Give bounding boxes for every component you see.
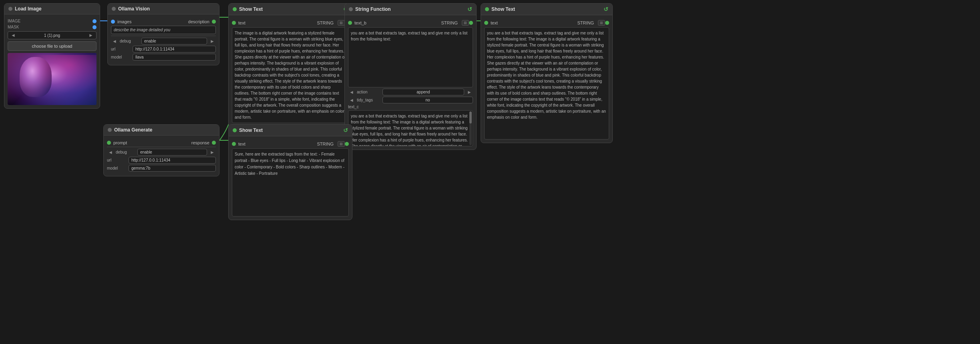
- show-text-1-in-dot[interactable]: [232, 21, 236, 25]
- ollama-generate-node: Ollama Generate prompt response ◄ debug …: [103, 124, 219, 176]
- string-func-in-dot[interactable]: [348, 21, 352, 25]
- show-text-3-in-dot[interactable]: [232, 142, 236, 146]
- images-port-in-dot[interactable]: [111, 20, 115, 24]
- ollama-generate-title: Ollama Generate: [114, 127, 152, 133]
- mask-port-dot[interactable]: [93, 25, 97, 29]
- ollama-vision-title: Ollama Vision: [118, 6, 150, 12]
- show-text-3-port-row: text STRING ⊞: [232, 141, 349, 147]
- action-value: append: [382, 89, 464, 95]
- image-nav: ◄ 1 (1).png ►: [8, 31, 97, 39]
- gen-model-value[interactable]: gemma:7b: [129, 165, 216, 172]
- string-function-title: String Function: [355, 6, 391, 12]
- upload-button[interactable]: choose file to upload: [8, 41, 97, 51]
- ollama-vision-node: Ollama Vision images description describ…: [107, 3, 219, 65]
- show-text-1-in-label: text: [236, 20, 248, 25]
- tidy-tags-left-arrow[interactable]: ◄: [348, 97, 355, 103]
- debug-label: debug: [120, 39, 140, 43]
- debug-left-arrow[interactable]: ◄: [111, 38, 118, 44]
- tidy-tags-value: no: [382, 97, 473, 103]
- show-text-1-status-dot: [233, 7, 237, 11]
- show-text-3-content: Sure, here are the extracted tags from t…: [232, 148, 349, 217]
- load-image-header: Load Image: [4, 4, 100, 14]
- image-prev-button[interactable]: ◄: [10, 32, 17, 38]
- show-text-2-header: Show Text ↺: [481, 4, 612, 15]
- mask-port-label: MASK: [8, 25, 19, 29]
- prompt-in-label: prompt: [111, 140, 129, 145]
- model-label: model: [111, 55, 131, 59]
- gen-model-field-row: model gemma:7b: [107, 165, 216, 172]
- string-func-port-row: text_b STRING ⊞: [348, 20, 473, 26]
- debug-right-arrow[interactable]: ►: [209, 38, 216, 44]
- load-image-node: Load Image IMAGE MASK ◄ 1 (1).png ► choo…: [4, 3, 100, 109]
- vision-prompt-text: describe the image detailed you: [111, 26, 216, 34]
- show-text-2-port-row: text STRING ⊞: [484, 20, 609, 26]
- show-text-3-status-dot: [233, 128, 237, 132]
- image-next-button[interactable]: ►: [87, 32, 95, 38]
- gen-url-field-row: url http://127.0.0.1:11434: [107, 157, 216, 164]
- gen-debug-right-arrow[interactable]: ►: [209, 150, 216, 155]
- text-c-row: text_c: [348, 105, 473, 109]
- gen-debug-value: enable: [137, 149, 207, 156]
- action-label: action: [357, 90, 381, 94]
- show-text-2-out-label: STRING: [575, 20, 596, 25]
- show-text-2-status-dot: [485, 7, 489, 11]
- gen-url-label: url: [107, 158, 127, 162]
- image-preview: [8, 53, 97, 105]
- load-image-status-dot: [8, 7, 12, 11]
- ollama-generate-status-dot: [108, 128, 112, 132]
- gen-debug-left-arrow[interactable]: ◄: [107, 150, 114, 155]
- action-right-arrow[interactable]: ►: [466, 89, 473, 95]
- ollama-vision-status-dot: [112, 7, 116, 11]
- scrollbar[interactable]: [469, 111, 472, 145]
- scroll-content: you are a bot that extracts tags. extrac…: [351, 114, 468, 146]
- image-filename: 1 (1).png: [17, 33, 87, 38]
- show-text-1-header: Show Text ↺: [229, 4, 352, 15]
- images-port-label: images: [115, 19, 134, 24]
- description-port-dot[interactable]: [212, 20, 216, 24]
- description-port-label: description: [186, 19, 212, 24]
- prompt-in-dot[interactable]: [107, 141, 111, 145]
- show-text-1-out-label: STRING: [314, 20, 336, 25]
- show-text-3-refresh-icon[interactable]: ↺: [343, 127, 348, 134]
- show-text-1-title: Show Text: [239, 6, 263, 12]
- response-out-label: response: [189, 140, 212, 145]
- show-text-2-in-dot[interactable]: [484, 21, 488, 25]
- show-text-2-string-badge: ⊞: [598, 20, 605, 26]
- gen-url-value[interactable]: http://127.0.0.1:11434: [129, 157, 216, 164]
- string-function-node: String Function ↺ text_b STRING ⊞ you ar…: [344, 3, 477, 150]
- show-text-3-out-dot[interactable]: [345, 142, 349, 146]
- show-text-1-port-row: text STRING ⊞: [232, 20, 349, 26]
- image-port-dot[interactable]: [93, 19, 97, 23]
- scrollbar-thumb[interactable]: [469, 111, 472, 123]
- show-text-2-node: Show Text ↺ text STRING ⊞ you are a bot …: [481, 3, 613, 143]
- action-left-arrow[interactable]: ◄: [348, 89, 355, 95]
- debug-value: enable: [141, 38, 207, 45]
- show-text-3-title: Show Text: [239, 127, 263, 133]
- ollama-gen-port-row: prompt response: [107, 140, 216, 145]
- tidy-tags-row: ◄ tidy_tags no: [348, 97, 473, 103]
- response-out-dot[interactable]: [212, 141, 216, 145]
- gen-debug-field-row: ◄ debug enable ►: [107, 149, 216, 156]
- model-value[interactable]: llava: [133, 54, 216, 61]
- show-text-1-node: Show Text ↺ text STRING ⊞ The image is a…: [228, 3, 352, 127]
- show-text-3-out-label: STRING: [314, 142, 336, 146]
- url-value[interactable]: http://127.0.0.1:11434: [133, 46, 216, 53]
- string-func-out-label: STRING: [439, 20, 460, 25]
- string-func-text-display: you are a bot that extracts tags. extrac…: [348, 27, 473, 87]
- string-function-header: String Function ↺: [345, 4, 476, 15]
- show-text-2-out-dot[interactable]: [605, 21, 609, 25]
- ollama-generate-header: Ollama Generate: [104, 125, 219, 136]
- text-c-label: text_c: [348, 105, 372, 109]
- string-func-scroll-area[interactable]: you are a bot that extracts tags. extrac…: [348, 110, 473, 146]
- debug-field-row: ◄ debug enable ►: [111, 38, 216, 45]
- string-function-status-dot: [349, 7, 353, 11]
- show-text-1-content: The image is a digital artwork featuring…: [232, 27, 349, 123]
- tidy-tags-label: tidy_tags: [357, 98, 381, 102]
- image-port-label: IMAGE: [8, 19, 20, 23]
- string-function-refresh-icon[interactable]: ↺: [467, 6, 472, 12]
- string-func-out-dot[interactable]: [469, 21, 473, 25]
- show-text-2-refresh-icon[interactable]: ↺: [604, 6, 608, 12]
- show-text-3-node: Show Text ↺ text STRING ⊞ Sure, here are…: [228, 124, 352, 220]
- mask-port-row: MASK: [8, 24, 97, 30]
- url-field-row: url http://127.0.0.1:11434: [111, 46, 216, 53]
